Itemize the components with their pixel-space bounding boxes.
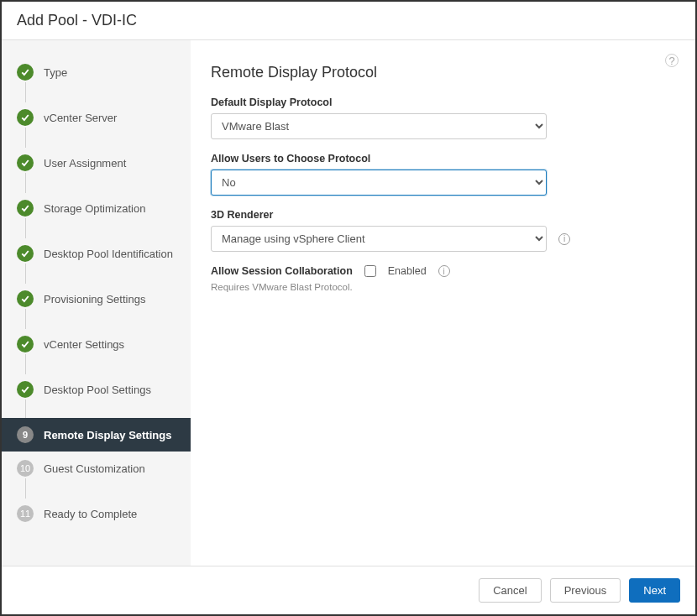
check-icon (17, 245, 34, 262)
wizard-step-10: 10Guest Customization (2, 452, 191, 485)
wizard-step-2[interactable]: vCenter Server (2, 101, 191, 134)
wizard-step-4[interactable]: Storage Optimization (2, 191, 191, 225)
step-connector (25, 354, 26, 374)
wizard-step-9[interactable]: 9Remote Display Settings (2, 418, 191, 452)
wizard-step-label: Ready to Complete (44, 508, 137, 520)
step-connector (25, 218, 26, 238)
wizard-step-label: Storage Optimization (44, 202, 145, 215)
check-icon (17, 154, 34, 171)
step-connector (25, 128, 26, 148)
renderer-info-icon[interactable]: i (558, 233, 570, 245)
renderer-label: 3D Renderer (211, 209, 580, 221)
default-protocol-label: Default Display Protocol (211, 97, 580, 108)
dialog-footer: Cancel Previous Next (2, 566, 695, 614)
previous-button[interactable]: Previous (550, 578, 621, 603)
allow-choose-select[interactable]: No (211, 170, 547, 196)
step-connector (25, 173, 26, 193)
wizard-step-7[interactable]: vCenter Settings (2, 327, 191, 361)
wizard-sidebar: TypevCenter ServerUser AssignmentStorage… (2, 40, 191, 566)
session-collab-label: Allow Session Collaboration (211, 265, 353, 277)
wizard-step-3[interactable]: User Assignment (2, 146, 191, 180)
wizard-step-label: Desktop Pool Identification (44, 248, 173, 260)
wizard-step-label: Provisioning Settings (44, 293, 145, 305)
cancel-button[interactable]: Cancel (479, 578, 541, 603)
field-renderer: 3D Renderer Manage using vSphere Client … (211, 209, 580, 252)
default-protocol-select[interactable]: VMware Blast (211, 113, 547, 139)
wizard-step-label: vCenter Settings (44, 338, 124, 351)
wizard-step-label: Desktop Pool Settings (44, 384, 151, 396)
field-session-collab: Allow Session Collaboration Enabled i Re… (211, 265, 675, 292)
wizard-step-label: vCenter Server (44, 112, 117, 124)
main-panel: ? Remote Display Protocol Default Displa… (191, 40, 695, 566)
check-icon (17, 381, 34, 398)
step-connector (25, 399, 26, 420)
check-icon (17, 336, 34, 352)
check-icon (17, 200, 34, 217)
section-title: Remote Display Protocol (211, 64, 675, 81)
wizard-step-5[interactable]: Desktop Pool Identification (2, 237, 191, 270)
wizard-step-label: User Assignment (44, 157, 126, 170)
session-collab-note: Requires VMware Blast Protocol. (211, 282, 675, 292)
session-collab-checkbox[interactable] (364, 265, 376, 277)
wizard-step-1[interactable]: Type (2, 55, 191, 89)
check-icon (17, 290, 34, 307)
dialog-body: TypevCenter ServerUser AssignmentStorage… (2, 40, 695, 566)
allow-choose-label: Allow Users to Choose Protocol (211, 153, 580, 164)
field-default-protocol: Default Display Protocol VMware Blast (211, 97, 580, 139)
field-allow-choose: Allow Users to Choose Protocol No (211, 153, 580, 196)
renderer-select[interactable]: Manage using vSphere Client (211, 226, 547, 252)
next-button[interactable]: Next (629, 578, 680, 603)
step-connector (25, 82, 26, 102)
step-number-badge: 11 (17, 505, 34, 522)
wizard-step-8[interactable]: Desktop Pool Settings (2, 373, 191, 406)
step-number-badge: 10 (17, 460, 34, 477)
step-connector (25, 309, 26, 329)
check-icon (17, 64, 34, 81)
session-collab-checkbox-label: Enabled (388, 265, 427, 277)
dialog-title: Add Pool - VDI-IC (17, 12, 680, 29)
help-icon[interactable]: ? (665, 54, 679, 67)
wizard-step-label: Guest Customization (44, 462, 145, 475)
dialog-header: Add Pool - VDI-IC (2, 2, 695, 40)
step-number-badge: 9 (17, 426, 34, 443)
wizard-step-6[interactable]: Provisioning Settings (2, 282, 191, 316)
wizard-step-11: 11Ready to Complete (2, 497, 191, 530)
step-connector (25, 264, 26, 284)
session-collab-info-icon[interactable]: i (438, 265, 450, 277)
wizard-step-label: Remote Display Settings (44, 429, 171, 441)
wizard-step-label: Type (44, 66, 67, 79)
check-icon (17, 109, 34, 126)
step-connector (25, 478, 26, 499)
